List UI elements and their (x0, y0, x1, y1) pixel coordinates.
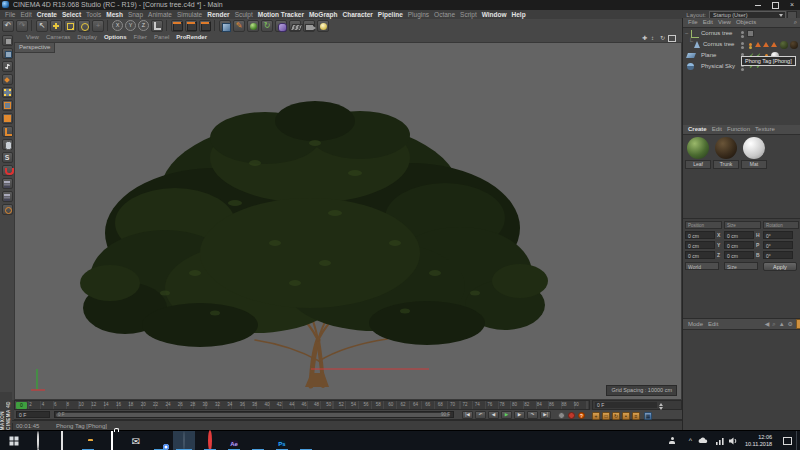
range-thumb[interactable] (56, 413, 450, 417)
points-mode-button[interactable] (2, 87, 13, 98)
action-center-icon[interactable] (783, 437, 792, 445)
move-tool[interactable] (50, 20, 62, 32)
key-rotation-button[interactable]: ↻ (612, 412, 620, 420)
om-menu-objects[interactable]: Objects (736, 18, 756, 27)
onedrive-cloud-icon[interactable] (698, 437, 708, 446)
toggle-view-icon[interactable] (668, 35, 676, 42)
hidden-icons-chevron[interactable]: ^ (689, 437, 692, 445)
minimize-button[interactable] (750, 0, 766, 10)
menu-select[interactable]: Select (62, 10, 81, 19)
vlc-button[interactable] (250, 433, 266, 449)
last-tool-button[interactable]: + (92, 20, 104, 32)
menu-pipeline[interactable]: Pipeline (378, 10, 403, 19)
taskbar-search-button[interactable] (30, 433, 46, 449)
am-search-icon[interactable]: ⌕ (772, 319, 775, 329)
goto-start-button[interactable]: |◀ (462, 411, 473, 419)
am-menu-edit[interactable]: Edit (708, 319, 718, 329)
zoom-view-icon[interactable]: ↕ (651, 35, 657, 41)
redo-button[interactable]: ↷ (16, 20, 28, 32)
apply-button[interactable]: Apply (763, 262, 797, 271)
coords-size-header[interactable]: Size (724, 221, 761, 229)
workplane-mode-button[interactable] (2, 74, 13, 85)
preview-range-slider[interactable]: 0 F 90 F (54, 411, 454, 418)
material-mat[interactable]: Mat (741, 137, 767, 169)
render-view-button[interactable] (171, 20, 183, 32)
deformer-button[interactable] (275, 20, 287, 32)
mograph-button[interactable]: ↻ (261, 20, 273, 32)
lock-workplane-button[interactable] (2, 191, 13, 202)
key-scale-button[interactable]: □ (602, 412, 610, 420)
timeline-ruler[interactable]: 0246810121416182022242628303234363840424… (14, 400, 590, 410)
am-back-icon[interactable]: ◀ (765, 319, 770, 329)
mat-menu-create[interactable]: Create (688, 125, 707, 134)
lock-y-axis-button[interactable]: Y (125, 20, 136, 31)
people-icon[interactable] (668, 437, 676, 447)
quantize-button[interactable] (2, 204, 13, 215)
after-effects-button[interactable]: Ae (226, 433, 242, 449)
key-position-button[interactable]: + (592, 412, 600, 420)
coord-mode-select[interactable]: Size (724, 262, 758, 270)
next-frame-button[interactable]: ▶ (514, 411, 525, 419)
coords-position-header[interactable]: Position (685, 221, 722, 229)
workplane-snap-button[interactable] (2, 178, 13, 189)
selection-tag-icon[interactable] (755, 42, 761, 47)
vp-menu-panel[interactable]: Panel (154, 33, 169, 42)
rotate-view-icon[interactable]: ↻ (660, 35, 666, 41)
am-menu-mode[interactable]: Mode (688, 319, 703, 329)
menu-plugins[interactable]: Plugins (408, 10, 429, 19)
next-key-button[interactable]: ↷ (527, 411, 538, 419)
rot-p-field[interactable]: 0° (763, 241, 793, 249)
menu-file[interactable]: File (5, 10, 15, 19)
record-key-button[interactable] (558, 412, 565, 419)
menu-octane[interactable]: Octane (434, 10, 455, 19)
menu-create[interactable]: Create (37, 10, 57, 19)
perspective-viewport[interactable]: Perspective (14, 42, 682, 400)
close-button[interactable]: × (784, 0, 800, 10)
selection-tag-icon[interactable] (771, 42, 777, 47)
menu-edit[interactable]: Edit (20, 10, 31, 19)
model-mode-button[interactable] (2, 48, 13, 59)
vp-menu-prorender[interactable]: ProRender (176, 33, 207, 42)
texture-mode-button[interactable] (2, 61, 13, 72)
help-record-button[interactable]: ? (578, 412, 585, 419)
pos-x-field[interactable]: 0 cm (685, 231, 715, 239)
rot-b-field[interactable]: 0° (763, 251, 793, 259)
om-menu-view[interactable]: View (718, 18, 731, 27)
light-button[interactable] (317, 20, 329, 32)
edges-mode-button[interactable] (2, 100, 13, 111)
floor-button[interactable] (289, 20, 301, 32)
visibility-dots[interactable] (741, 42, 744, 45)
coordinate-system-button[interactable] (151, 20, 163, 32)
om-menu-edit[interactable]: Edit (703, 18, 713, 27)
coords-rotation-header[interactable]: Rotation (763, 221, 799, 229)
autokey-button[interactable] (568, 412, 575, 419)
polygons-mode-button[interactable] (2, 113, 13, 124)
spinner-up-icon[interactable] (659, 403, 663, 406)
object-axis-button[interactable] (2, 126, 13, 137)
panel-scroll-nub[interactable] (796, 319, 800, 329)
material-tag-leaf-icon[interactable] (780, 41, 788, 49)
layer-chip[interactable] (747, 30, 754, 37)
om-menu-file[interactable]: File (688, 18, 698, 27)
rot-h-field[interactable]: 0° (763, 231, 793, 239)
goto-end-button[interactable]: ▶| (540, 411, 551, 419)
mat-menu-texture[interactable]: Texture (755, 125, 775, 134)
undo-button[interactable]: ↶ (2, 20, 14, 32)
viewport-solo-button[interactable] (2, 139, 13, 150)
previous-frame-button[interactable]: ◀ (488, 411, 499, 419)
play-button[interactable]: ▶ (501, 411, 512, 419)
pan-view-icon[interactable]: ✚ (642, 35, 648, 41)
menu-window[interactable]: Window (482, 10, 507, 19)
tag-dot-icon[interactable] (749, 46, 752, 49)
spline-pen-button[interactable]: ✎ (233, 20, 245, 32)
current-frame-marker[interactable]: 0 (16, 402, 27, 409)
coord-system-select[interactable]: World (685, 262, 719, 270)
make-editable-button[interactable] (2, 35, 13, 46)
menu-help[interactable]: Help (512, 10, 526, 19)
menu-script[interactable]: Script (460, 10, 477, 19)
keyframe-selection-button[interactable]: ▦ (644, 412, 652, 420)
primitive-cube-button[interactable] (219, 20, 231, 32)
key-parameter-button[interactable]: • (622, 412, 630, 420)
menu-motion-tracker[interactable]: Motion Tracker (258, 10, 304, 19)
photoshop-button[interactable]: Ps (274, 433, 290, 449)
